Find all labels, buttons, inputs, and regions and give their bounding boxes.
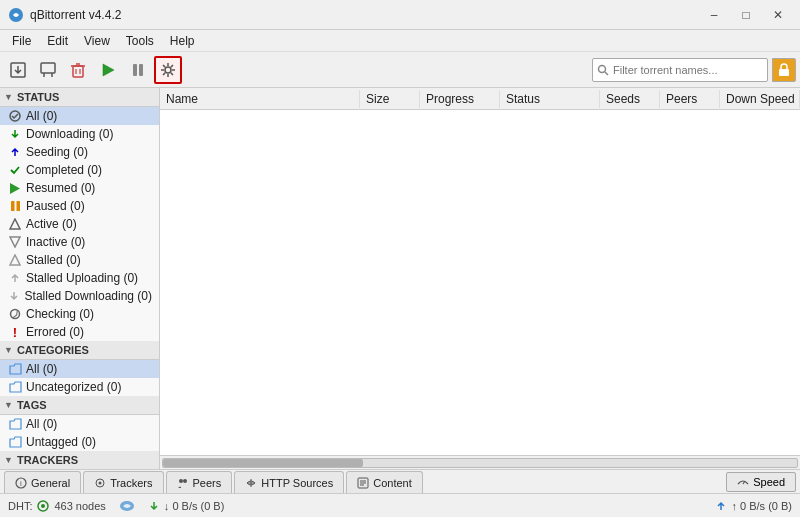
- sidebar-item-checking[interactable]: Checking (0): [0, 305, 160, 323]
- tab-general[interactable]: i General: [4, 471, 81, 493]
- http-sources-icon: [245, 477, 257, 489]
- all-status-icon: [8, 109, 22, 123]
- sidebar-item-paused[interactable]: Paused (0): [0, 197, 160, 215]
- speed-button[interactable]: Speed: [726, 472, 796, 492]
- sidebar-item-resumed[interactable]: Resumed (0): [0, 179, 160, 197]
- sidebar-item-inactive[interactable]: Inactive (0): [0, 233, 160, 251]
- sidebar-item-label: Paused (0): [26, 199, 85, 213]
- upload-status-icon: [715, 500, 727, 512]
- options-button[interactable]: [154, 56, 182, 84]
- sidebar-item-all-categories[interactable]: All (0): [0, 360, 160, 378]
- toolbar: [0, 52, 800, 88]
- tab-content-label: Content: [373, 477, 412, 489]
- svg-point-23: [179, 479, 183, 483]
- sidebar-section-trackers[interactable]: ▼ TRACKERS: [0, 451, 160, 469]
- start-button[interactable]: [94, 56, 122, 84]
- svg-rect-13: [11, 201, 15, 211]
- tab-peers-label: Peers: [193, 477, 222, 489]
- menu-help[interactable]: Help: [162, 32, 203, 50]
- svg-marker-15: [10, 219, 20, 229]
- sidebar-item-all-status[interactable]: All (0): [0, 107, 160, 125]
- uncategorized-icon: [8, 380, 22, 394]
- upload-status: ↑ 0 B/s (0 B): [715, 500, 792, 512]
- table-hscrollbar[interactable]: [160, 455, 800, 469]
- sidebar-item-downloading[interactable]: Downloading (0): [0, 125, 160, 143]
- sidebar-section-tags[interactable]: ▼ TAGS: [0, 396, 160, 415]
- sidebar-item-errored[interactable]: ! Errored (0): [0, 323, 160, 341]
- pause-button[interactable]: [124, 56, 152, 84]
- search-input[interactable]: [613, 64, 763, 76]
- sidebar-item-all-tags[interactable]: All (0): [0, 415, 160, 433]
- svg-line-9: [605, 72, 608, 75]
- sidebar-item-stalled[interactable]: Stalled (0): [0, 251, 160, 269]
- peers-tab-icon: [177, 477, 189, 489]
- col-header-size[interactable]: Size: [360, 90, 420, 108]
- downloading-icon: [8, 127, 22, 141]
- minimize-button[interactable]: –: [700, 5, 728, 25]
- general-icon: i: [15, 477, 27, 489]
- menu-view[interactable]: View: [76, 32, 118, 50]
- menu-edit[interactable]: Edit: [39, 32, 76, 50]
- tab-general-label: General: [31, 477, 70, 489]
- add-torrent-button[interactable]: [4, 56, 32, 84]
- tab-content[interactable]: Content: [346, 471, 423, 493]
- active-icon: [8, 217, 22, 231]
- add-magnet-icon: [39, 61, 57, 79]
- trackers-tab-icon: [94, 477, 106, 489]
- close-button[interactable]: ✕: [764, 5, 792, 25]
- tab-trackers-label: Trackers: [110, 477, 152, 489]
- col-header-peers[interactable]: Peers: [660, 90, 720, 108]
- dht-status: DHT: 463 nodes: [8, 499, 106, 513]
- tab-http-sources[interactable]: HTTP Sources: [234, 471, 344, 493]
- sidebar-item-untagged[interactable]: Untagged (0): [0, 433, 160, 451]
- main-layout: ▼ STATUS All (0) Downloadin: [0, 88, 800, 469]
- col-header-progress[interactable]: Progress: [420, 90, 500, 108]
- status-section-label: STATUS: [17, 91, 59, 103]
- tab-trackers[interactable]: Trackers: [83, 471, 163, 493]
- svg-marker-12: [10, 183, 20, 194]
- hscroll-thumb: [163, 459, 363, 467]
- sidebar-section-categories[interactable]: ▼ CATEGORIES: [0, 341, 160, 360]
- menu-file[interactable]: File: [4, 32, 39, 50]
- stalled-download-icon: [8, 289, 21, 303]
- col-header-status[interactable]: Status: [500, 90, 600, 108]
- sidebar-item-active[interactable]: Active (0): [0, 215, 160, 233]
- sidebar-item-label: Stalled (0): [26, 253, 81, 267]
- hscroll-track[interactable]: [162, 458, 798, 468]
- col-header-name[interactable]: Name: [160, 90, 360, 108]
- download-status-icon: [148, 500, 160, 512]
- lock-button[interactable]: [772, 58, 796, 82]
- start-icon: [99, 61, 117, 79]
- remove-icon: [69, 61, 87, 79]
- remove-torrent-button[interactable]: [64, 56, 92, 84]
- svg-point-7: [165, 67, 171, 73]
- sidebar-item-label: Active (0): [26, 217, 77, 231]
- svg-point-8: [599, 65, 606, 72]
- download-speed: ↓ 0 B/s (0 B): [164, 500, 225, 512]
- svg-point-21: [99, 481, 102, 484]
- sidebar-item-completed[interactable]: Completed (0): [0, 161, 160, 179]
- sidebar-section-status[interactable]: ▼ STATUS: [0, 88, 160, 107]
- trackers-section-label: TRACKERS: [17, 454, 78, 466]
- dht-icon: [36, 499, 50, 513]
- sidebar-item-stalled-downloading[interactable]: Stalled Downloading (0): [0, 287, 160, 305]
- svg-rect-6: [139, 64, 143, 76]
- sidebar-item-uncategorized[interactable]: Uncategorized (0): [0, 378, 160, 396]
- sidebar-item-seeding[interactable]: Seeding (0): [0, 143, 160, 161]
- sidebar-item-stalled-uploading[interactable]: Stalled Uploading (0): [0, 269, 160, 287]
- col-header-down-speed[interactable]: Down Speed: [720, 90, 800, 108]
- col-header-seeds[interactable]: Seeds: [600, 90, 660, 108]
- download-status: ↓ 0 B/s (0 B): [148, 500, 225, 512]
- maximize-button[interactable]: □: [732, 5, 760, 25]
- stalled-upload-icon: [8, 271, 22, 285]
- menu-tools[interactable]: Tools: [118, 32, 162, 50]
- content-area: Name Size Progress Status Seeds Peers Do…: [160, 88, 800, 469]
- untagged-icon: [8, 435, 22, 449]
- options-icon: [160, 62, 176, 78]
- stalled-icon: [8, 253, 22, 267]
- errored-icon: !: [8, 325, 22, 339]
- tab-peers[interactable]: Peers: [166, 471, 233, 493]
- add-magnet-button[interactable]: [34, 56, 62, 84]
- checking-icon: [8, 307, 22, 321]
- search-icon: [597, 64, 609, 76]
